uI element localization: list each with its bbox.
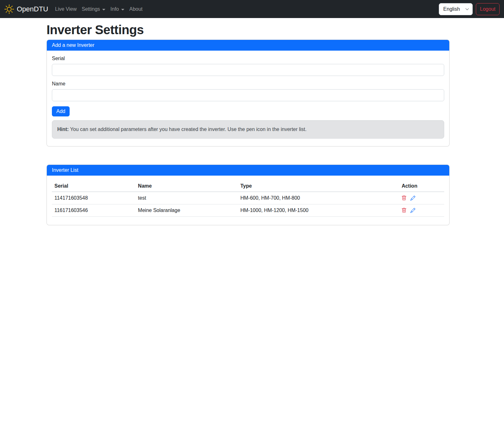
add-inverter-card-body: Serial Name Add Hint: You can set additi… [47,51,449,146]
name-label: Name [52,81,444,87]
inverter-list-card: Inverter List Serial Name Type Action 11… [47,165,450,225]
column-header-type: Type [238,181,399,192]
page-title: Inverter Settings [47,23,450,37]
nav-item-label: Live View [55,6,77,12]
column-header-name: Name [135,181,238,192]
cell-serial: 116171603546 [52,204,135,217]
inverter-list-card-body: Serial Name Type Action 114171603548 tes… [47,176,449,225]
column-header-serial: Serial [52,181,135,192]
hint-alert: Hint: You can set additional parameters … [52,120,444,139]
main-content: Inverter Settings Add a new Inverter Ser… [47,18,450,225]
navbar-right: English Logout [439,3,500,15]
language-select-wrap: English [439,3,473,15]
edit-inverter-icon[interactable] [410,208,415,213]
serial-label: Serial [52,56,444,61]
cell-action [399,192,444,204]
table-bottom-spacer [52,217,444,220]
cell-type: HM-1000, HM-1200, HM-1500 [238,204,399,217]
column-header-action: Action [399,181,444,192]
brand-label: OpenDTU [17,5,48,13]
nav-item-about[interactable]: About [127,4,145,15]
cell-serial: 114171603548 [52,192,135,204]
chevron-down-icon [102,9,105,10]
nav-item-label: About [129,6,143,12]
serial-input[interactable] [52,64,444,76]
chevron-down-icon [121,9,124,10]
delete-inverter-icon[interactable] [401,196,407,201]
hint-text: You can set additional parameters after … [69,127,307,132]
cell-action [399,204,444,217]
language-select[interactable]: English [439,3,473,15]
name-input[interactable] [52,89,444,101]
brand-logo[interactable]: OpenDTU [4,4,48,14]
table-row: 114171603548 test HM-600, HM-700, HM-800 [52,192,444,204]
logout-button[interactable]: Logout [476,3,500,15]
navbar: OpenDTU Live View Settings Info About En… [0,0,504,18]
nav-menu: Live View Settings Info About [53,4,145,15]
add-button[interactable]: Add [52,106,70,116]
cell-type: HM-600, HM-700, HM-800 [238,192,399,204]
nav-item-settings[interactable]: Settings [79,4,108,15]
nav-item-label: Settings [82,6,100,12]
sun-icon [4,4,14,14]
edit-inverter-icon[interactable] [410,196,415,201]
inverter-list-card-header: Inverter List [47,165,449,176]
table-row: 116171603546 Meine Solaranlage HM-1000, … [52,204,444,217]
delete-inverter-icon[interactable] [401,208,407,213]
table-header-row: Serial Name Type Action [52,181,444,192]
cell-name: test [135,192,238,204]
nav-item-info[interactable]: Info [108,4,127,15]
nav-item-live-view[interactable]: Live View [53,4,79,15]
add-inverter-card-header: Add a new Inverter [47,40,449,51]
add-inverter-card: Add a new Inverter Serial Name Add Hint:… [47,40,450,146]
inverter-table: Serial Name Type Action 114171603548 tes… [52,181,444,217]
cell-name: Meine Solaranlage [135,204,238,217]
nav-item-label: Info [110,6,119,12]
hint-label: Hint: [57,127,69,132]
